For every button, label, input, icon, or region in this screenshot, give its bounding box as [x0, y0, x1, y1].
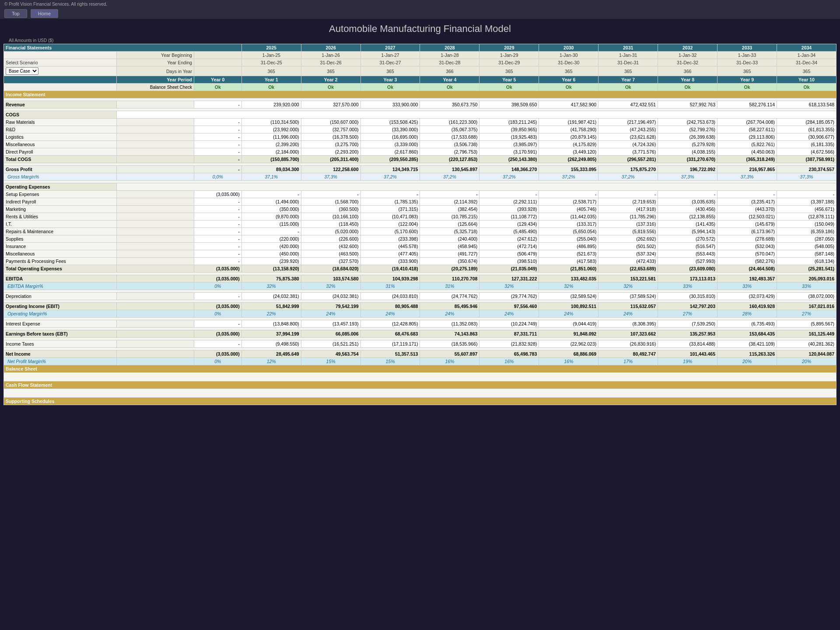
net-margin-row: Net Profit Margin% 0% 12% 15% 15% 16% 16… [4, 358, 836, 365]
financial-statements-header: Financial Statements [4, 44, 242, 52]
page-title: Automobile Manufacturing Financial Model [0, 19, 840, 37]
revenue-empty [117, 101, 194, 108]
end-2029: 31-Dec-29 [480, 59, 539, 66]
interest-row: Interest Expense - (13,848.800) (13,457.… [4, 320, 836, 328]
days-label: Days in Year [117, 66, 194, 76]
balance-sheet-section-row: Balance Sheet [4, 365, 836, 373]
empty-header-2 [194, 52, 242, 59]
ebitda-row: EBITDA (3,035.000) 75,875.380 103,574.58… [4, 275, 836, 283]
indirect-payroll-label: Indirect Payroll [4, 198, 117, 206]
direct-payroll-label: Direct Payroll [4, 148, 117, 156]
indirect-payroll-row: Indirect Payroll - (1,494.000) (1,568.70… [4, 198, 836, 206]
year-5-label: Year 5 [480, 76, 539, 84]
revenue-y5: 398,509.650 [480, 101, 539, 108]
year-2031: 2031 [598, 44, 658, 52]
begin-2029: 1-Jan-29 [480, 52, 539, 59]
cogs-label: COGS [4, 111, 117, 119]
revenue-y2: 327,570.000 [301, 101, 360, 108]
end-2034: 31-Dec-34 [777, 59, 836, 66]
marketing-label: Marketing [4, 206, 117, 213]
begin-2031: 1-Jan-31 [598, 52, 658, 59]
revenue-label: Revenue [4, 101, 117, 108]
income-statement-header: Income Statement [4, 91, 836, 98]
year-7-label: Year 7 [598, 76, 658, 84]
year-8-label: Year 8 [658, 76, 718, 84]
misc-opex-label: Miscellaneous [4, 250, 117, 258]
gross-margin-row: Gross Margin% 0,0% 37,1% 37,3% 37,2% 37,… [4, 173, 836, 181]
income-tax-row: Income Taxes - (9,498.550) (16,521.251) … [4, 340, 836, 348]
begin-2030: 1-Jan-30 [539, 52, 598, 59]
year-2027: 2027 [360, 44, 420, 52]
nav-bar: Top Home [0, 8, 840, 19]
home-nav-button[interactable]: Home [31, 9, 58, 18]
revenue-y8: 527,992.763 [658, 101, 718, 108]
opex-header-row: Operating Expenses [4, 183, 836, 191]
empty-header-1 [4, 52, 117, 59]
empty-header-4 [194, 66, 242, 76]
year-6-label: Year 6 [539, 76, 598, 84]
supplies-row: Supplies - (220.000) (226.600) (233.398)… [4, 235, 836, 243]
supporting-section: Supporting Schedules [4, 398, 836, 405]
days-2026: 365 [301, 66, 360, 76]
balance-sheet-section: Balance Sheet [4, 365, 836, 373]
revenue-y1: 239,920.000 [242, 101, 301, 108]
year-4-label: Year 4 [420, 76, 480, 84]
currency-label: All Amounts in USD ($) [4, 37, 836, 44]
revenue-y10: 618,133.548 [777, 101, 836, 108]
gross-profit-row: Gross Profit - 89,034.300 122,258.600 12… [4, 166, 836, 173]
revenue-y3: 333,900.000 [360, 101, 420, 108]
ebt-row: Earnings Before taxes (EBT) (3,035.000) … [4, 330, 836, 338]
year-ending-label: Year Ending [117, 59, 194, 66]
misc-cogs-row: Miscellaneous - (2,399.200) (3,275.700) … [4, 141, 836, 148]
end-2032: 31-Dec-32 [658, 59, 718, 66]
copyright-text: © Profit Vision Financial Services. All … [4, 2, 107, 7]
direct-payroll-row: Direct Payroll - (2,184.000) (2,293.200)… [4, 148, 836, 156]
scenario-dropdown-cell[interactable]: Base Case [4, 66, 117, 76]
begin-2028: 1-Jan-28 [420, 52, 480, 59]
year-2033: 2033 [718, 44, 777, 52]
days-2027: 365 [360, 66, 420, 76]
end-2026: 31-Dec-26 [301, 59, 360, 66]
insurance-row: Insurance - (420.000) (432.600) (445.578… [4, 243, 836, 250]
year-3-label: Year 3 [360, 76, 420, 84]
ok-8: Ok [658, 84, 718, 91]
begin-2026: 1-Jan-26 [301, 52, 360, 59]
begin-2027: 1-Jan-27 [360, 52, 420, 59]
year-2-label: Year 2 [301, 76, 360, 84]
gross-margin-label: Gross Margin% [4, 173, 117, 181]
rd-label: R&D [4, 126, 117, 133]
total-opex-row: Total Operating Expenses (3,035.000) (13… [4, 265, 836, 273]
ok-4: Ok [420, 84, 480, 91]
operating-income-label: Operating Income (EBIT) [4, 303, 117, 310]
year-2034: 2034 [777, 44, 836, 52]
begin-2033: 1-Jan-33 [718, 52, 777, 59]
top-nav-button[interactable]: Top [4, 9, 27, 18]
depreciation-label: Depreciation [4, 293, 117, 300]
year-period-label: Year Period [117, 76, 194, 84]
rents-row: Rents & Utilities - (9,870.000) (10,166.… [4, 213, 836, 220]
operating-margin-row: Operating Margin% 0% 22% 24% 24% 24% 24%… [4, 310, 836, 318]
rents-label: Rents & Utilities [4, 213, 117, 220]
year-0-label: Year 0 [194, 76, 242, 84]
it-row: I.T. - (115.000) (118.450) (122.004) (12… [4, 220, 836, 228]
year-2026: 2026 [301, 44, 360, 52]
scenario-select[interactable]: Base Case [6, 67, 38, 75]
setup-row: Setup Expenses (3,035.000) - - - - - - -… [4, 191, 836, 198]
end-2031: 31-Dec-31 [598, 59, 658, 66]
days-2031: 365 [598, 66, 658, 76]
repairs-label: Repairs & Maintenance [4, 228, 117, 235]
year-1-label: Year 1 [242, 76, 301, 84]
supplies-label: Supplies [4, 235, 117, 243]
days-2034: 365 [777, 66, 836, 76]
cogs-header-row: COGS [4, 111, 836, 119]
ebitda-margin-label: EBITDA Margin% [4, 283, 117, 290]
cash-flow-section: Cash Flow Statement [4, 382, 836, 389]
raw-materials-label: Raw Materials [4, 119, 117, 126]
empty-header-3 [194, 59, 242, 66]
repairs-row: Repairs & Maintenance - - (5,020.000) (5… [4, 228, 836, 235]
days-2025: 365 [242, 66, 301, 76]
opex-header-label: Operating Expenses [4, 183, 117, 191]
net-income-label: Net Income [4, 350, 117, 358]
bs-check-label: Balance Sheet Check [117, 84, 194, 91]
year-10-label: Year 10 [777, 76, 836, 84]
